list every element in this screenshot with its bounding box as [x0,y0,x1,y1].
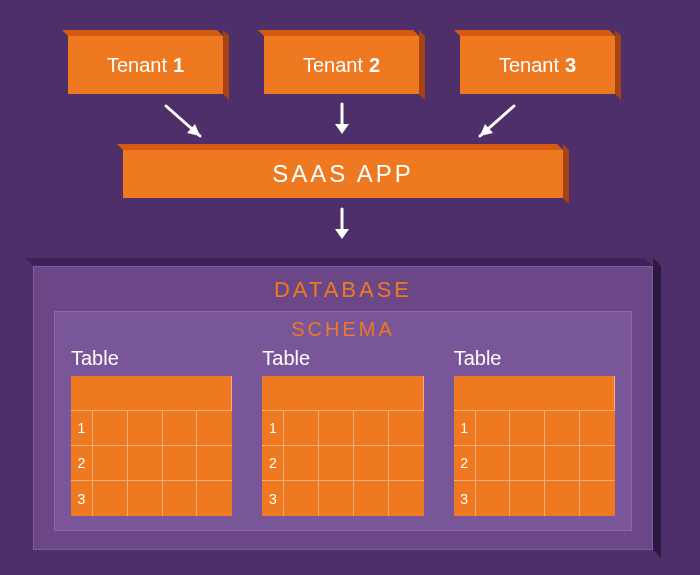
tables-row: Table 1 2 3 Table [71,347,615,516]
schema-title: SCHEMA [71,318,615,341]
arrow-icon [158,100,218,150]
tenant-label: Tenant [499,54,559,77]
database-panel: DATABASE SCHEMA Table 1 2 3 [33,266,653,550]
arrow-icon [327,100,357,145]
table-grid: 1 2 3 [262,376,423,516]
schema-panel: SCHEMA Table 1 2 3 [54,311,632,531]
tenant-block-3: Tenant 3 [460,36,615,94]
tenant-label: Tenant [303,54,363,77]
tenant-number: 1 [173,54,184,77]
tenant-label: Tenant [107,54,167,77]
saas-app-block: SAAS APP [123,150,563,198]
svg-marker-7 [335,229,349,239]
row-number: 2 [262,446,284,481]
table-label: Table [454,347,615,370]
arrow-icon [462,100,522,150]
row-number: 3 [71,481,93,516]
row-number: 1 [454,411,476,446]
svg-marker-3 [335,124,349,134]
arrow-icon [327,205,357,250]
row-number: 1 [71,411,93,446]
table-block: Table 1 2 3 [454,347,615,516]
tenant-block-2: Tenant 2 [264,36,419,94]
table-block: Table 1 2 3 [262,347,423,516]
row-number: 3 [262,481,284,516]
diagram-stage: Tenant 1 Tenant 2 Tenant 3 [0,0,700,575]
row-number: 3 [454,481,476,516]
tenant-block-1: Tenant 1 [68,36,223,94]
tenant-number: 2 [369,54,380,77]
tenant-number: 3 [565,54,576,77]
row-number: 1 [262,411,284,446]
saas-label: SAAS APP [272,160,413,188]
table-label: Table [262,347,423,370]
table-grid: 1 2 3 [71,376,232,516]
row-number: 2 [454,446,476,481]
table-block: Table 1 2 3 [71,347,232,516]
table-label: Table [71,347,232,370]
database-title: DATABASE [54,277,632,303]
table-grid: 1 2 3 [454,376,615,516]
row-number: 2 [71,446,93,481]
